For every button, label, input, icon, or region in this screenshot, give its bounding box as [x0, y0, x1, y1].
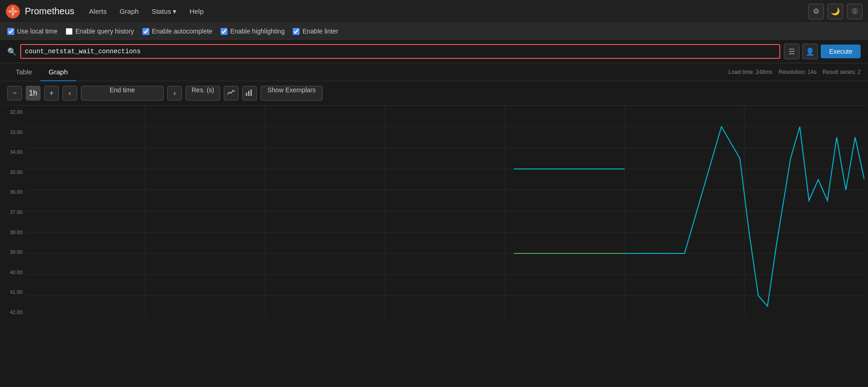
result-series: Result series: 2	[823, 69, 861, 75]
tab-table[interactable]: Table	[7, 63, 40, 81]
y-label-42: 42.00	[3, 309, 23, 315]
enable-query-history-label: Enable query history	[75, 28, 134, 35]
brand-label: Prometheus	[25, 6, 74, 17]
settings-toolbar: Use local time Enable query history Enab…	[0, 23, 868, 40]
decrease-duration-button[interactable]: −	[7, 86, 22, 101]
y-label-34: 34.00	[3, 149, 23, 155]
svg-rect-4	[248, 91, 250, 96]
svg-point-2	[11, 10, 15, 13]
result-tabs: Table Graph Load time: 248ms Resolution:…	[0, 63, 868, 81]
y-label-32: 32.00	[3, 109, 23, 115]
person-icon: 👤	[806, 47, 815, 56]
enable-highlighting-checkbox[interactable]: Enable highlighting	[221, 28, 284, 35]
line-chart-icon	[227, 88, 235, 98]
chart-svg	[25, 106, 864, 317]
nav-links: Alerts Graph Status ▾ Help	[84, 5, 808, 18]
y-label-37: 37.00	[3, 209, 23, 215]
nav-help[interactable]: Help	[184, 5, 209, 18]
next-time-button[interactable]: ›	[167, 86, 182, 101]
search-bar: 🔍 ☰ 👤 Execute	[0, 40, 868, 63]
y-label-35: 35.00	[3, 169, 23, 175]
theme-toggle-button[interactable]: 🌙	[828, 4, 843, 19]
navbar: Prometheus Alerts Graph Status ▾ Help ⚙ …	[0, 0, 868, 23]
resolution: Resolution: 14s	[778, 69, 817, 75]
enable-autocomplete-label: Enable autocomplete	[152, 28, 213, 35]
y-label-40: 40.00	[3, 269, 23, 275]
nav-alerts[interactable]: Alerts	[84, 5, 112, 18]
chart-area: 42.00 41.00 40.00 39.00 38.00 37.00 36.0…	[0, 106, 868, 326]
list-icon: ☰	[789, 47, 795, 56]
duration-label: 1h	[26, 86, 40, 101]
query-input[interactable]	[20, 44, 780, 59]
nav-status-label: Status	[152, 7, 171, 15]
brand-link[interactable]: Prometheus	[6, 4, 74, 19]
enable-linter-label: Enable linter	[302, 28, 338, 35]
metrics-explorer-button[interactable]: 👤	[802, 44, 818, 59]
settings-button[interactable]: ⚙	[808, 4, 824, 19]
y-label-33: 33.00	[3, 129, 23, 135]
bar-graph-button[interactable]	[242, 86, 257, 101]
settings-icon: ⚙	[813, 7, 819, 16]
enable-linter-checkbox[interactable]: Enable linter	[293, 28, 338, 35]
tab-graph[interactable]: Graph	[40, 63, 76, 81]
execute-button[interactable]: Execute	[821, 45, 861, 58]
load-time: Load time: 248ms	[729, 69, 772, 75]
prev-time-button[interactable]: ‹	[62, 86, 77, 101]
graph-controls: − 1h + ‹ End time › Res. (s) Show Exempl…	[0, 81, 868, 106]
format-query-button[interactable]: ☰	[784, 44, 800, 59]
nav-status-dropdown[interactable]: Status ▾	[146, 5, 182, 18]
accessibility-button[interactable]: ⓪	[847, 4, 862, 19]
svg-rect-5	[250, 90, 252, 96]
chart-canvas	[25, 106, 864, 317]
use-local-time-checkbox[interactable]: Use local time	[7, 28, 57, 35]
accessibility-icon: ⓪	[852, 7, 858, 16]
y-label-36: 36.00	[3, 189, 23, 195]
nav-graph[interactable]: Graph	[114, 5, 144, 18]
nav-icons: ⚙ 🌙 ⓪	[808, 4, 862, 19]
search-actions: ☰ 👤 Execute	[784, 44, 861, 59]
end-time-picker[interactable]: End time	[81, 86, 164, 101]
search-icon: 🔍	[7, 47, 17, 56]
y-label-39: 39.00	[3, 249, 23, 255]
moon-icon: 🌙	[831, 7, 840, 16]
y-axis: 42.00 41.00 40.00 39.00 38.00 37.00 36.0…	[0, 106, 25, 326]
line-graph-button[interactable]	[224, 86, 238, 101]
enable-autocomplete-checkbox[interactable]: Enable autocomplete	[142, 28, 213, 35]
resolution-input[interactable]: Res. (s)	[186, 86, 220, 101]
enable-highlighting-label: Enable highlighting	[230, 28, 284, 35]
y-label-38: 38.00	[3, 230, 23, 235]
tab-info: Load time: 248ms Resolution: 14s Result …	[729, 69, 861, 75]
bar-chart-icon	[245, 88, 254, 98]
chevron-down-icon: ▾	[173, 7, 176, 16]
increase-duration-button[interactable]: +	[44, 86, 59, 101]
y-label-41: 41.00	[3, 289, 23, 295]
show-exemplars-button[interactable]: Show Exemplars	[261, 86, 323, 101]
svg-rect-3	[246, 93, 247, 96]
enable-query-history-checkbox[interactable]: Enable query history	[66, 28, 134, 35]
prometheus-logo-icon	[6, 4, 20, 19]
use-local-time-label: Use local time	[17, 28, 57, 35]
